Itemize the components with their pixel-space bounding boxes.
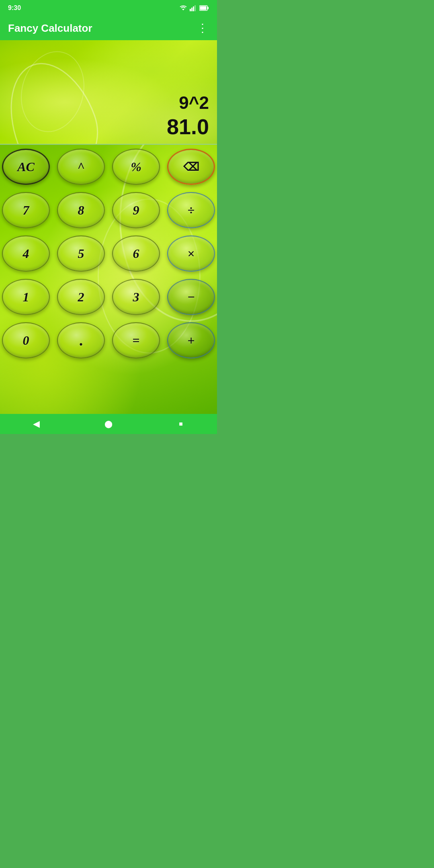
multiply-button[interactable]: ×	[167, 235, 215, 272]
svg-marker-0	[182, 9, 184, 10]
svg-rect-3	[193, 6, 194, 11]
power-button[interactable]: ^	[57, 149, 105, 185]
display-area: 9^2 81.0	[0, 40, 217, 145]
zero-label: 0	[23, 333, 29, 348]
recent-nav-icon: ■	[179, 420, 183, 428]
six-button[interactable]: 6	[112, 235, 160, 272]
svg-rect-6	[200, 6, 207, 10]
divide-button[interactable]: ÷	[167, 192, 215, 228]
three-button[interactable]: 3	[112, 279, 160, 315]
divide-label: ÷	[188, 203, 195, 218]
app-bar: Fancy Calculator ⋮	[0, 16, 217, 40]
multiply-label: ×	[187, 246, 194, 261]
eight-label: 8	[78, 203, 84, 218]
back-nav-icon: ◀	[33, 419, 40, 429]
six-label: 6	[133, 246, 139, 261]
nine-button[interactable]: 9	[112, 192, 160, 228]
home-nav-icon: ⬤	[104, 420, 113, 428]
status-time: 9:30	[8, 4, 21, 12]
app-title: Fancy Calculator	[8, 22, 92, 35]
buttons-grid: AC ^ % ⌫ 7 8 9 ÷	[0, 145, 217, 362]
status-bar: 9:30	[0, 0, 217, 16]
wifi-icon	[179, 5, 187, 11]
eight-button[interactable]: 8	[57, 192, 105, 228]
decimal-button[interactable]: .	[57, 322, 105, 358]
status-icons	[179, 5, 209, 11]
back-nav-button[interactable]: ◀	[26, 416, 46, 432]
five-label: 5	[78, 246, 84, 261]
seven-button[interactable]: 7	[2, 192, 50, 228]
two-button[interactable]: 2	[57, 279, 105, 315]
one-button[interactable]: 1	[2, 279, 50, 315]
percent-label: %	[131, 160, 141, 174]
three-label: 3	[133, 290, 139, 305]
backspace-button[interactable]: ⌫	[167, 149, 215, 185]
clear-label: AC	[17, 160, 35, 174]
home-nav-button[interactable]: ⬤	[98, 416, 119, 432]
svg-rect-7	[207, 7, 209, 9]
expression-display: 9^2	[167, 92, 209, 114]
percent-button[interactable]: %	[112, 149, 160, 185]
minus-label: −	[187, 290, 194, 305]
decimal-label: .	[79, 332, 83, 349]
plus-label: +	[187, 333, 194, 348]
svg-rect-1	[190, 9, 191, 11]
plus-button[interactable]: +	[167, 322, 215, 358]
nav-bar: ◀ ⬤ ■	[0, 414, 217, 434]
result-display: 81.0	[167, 114, 209, 140]
battery-icon	[199, 5, 209, 11]
four-label: 4	[23, 246, 29, 261]
display-text: 9^2 81.0	[167, 92, 209, 140]
nine-label: 9	[133, 203, 139, 218]
backspace-label: ⌫	[183, 160, 199, 174]
signal-icon	[190, 5, 197, 11]
svg-rect-2	[191, 8, 192, 11]
minus-button[interactable]: −	[167, 279, 215, 315]
recent-nav-button[interactable]: ■	[171, 416, 191, 432]
equals-button[interactable]: =	[112, 322, 160, 358]
clear-button[interactable]: AC	[2, 149, 50, 185]
overflow-menu-button[interactable]: ⋮	[197, 23, 209, 34]
seven-label: 7	[23, 203, 29, 218]
one-label: 1	[23, 290, 29, 305]
five-button[interactable]: 5	[57, 235, 105, 272]
equals-label: =	[132, 333, 139, 348]
four-button[interactable]: 4	[2, 235, 50, 272]
power-label: ^	[77, 160, 84, 174]
zero-button[interactable]: 0	[2, 322, 50, 358]
svg-rect-4	[194, 5, 196, 11]
buttons-section: AC ^ % ⌫ 7 8 9 ÷	[0, 145, 217, 414]
two-label: 2	[78, 290, 84, 305]
